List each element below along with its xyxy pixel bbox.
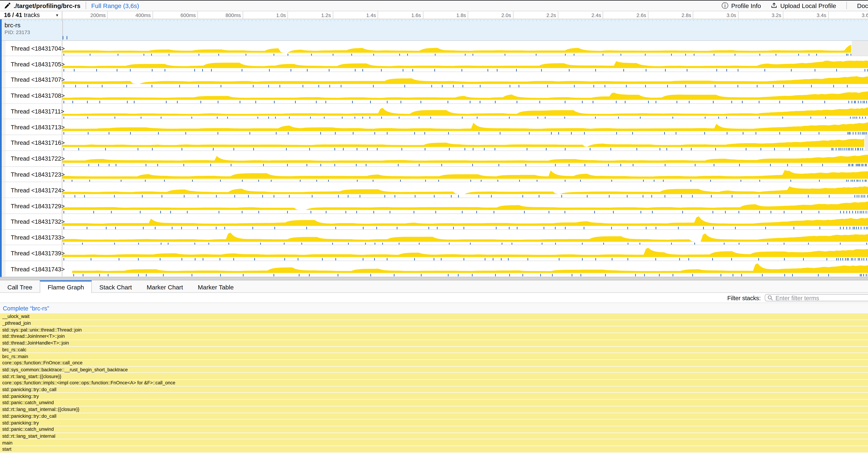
ruler-tick: [333, 11, 333, 19]
thread-activity-graph[interactable]: [62, 151, 868, 166]
thread-track-row[interactable]: Thread <18431716>: [0, 135, 868, 151]
filter-stacks-box: [765, 294, 868, 302]
flame-frame[interactable]: std::panic::catch_unwind: [0, 400, 868, 406]
thread-track-row[interactable]: Thread <18431739>: [0, 246, 868, 261]
ruler-tick: [107, 11, 108, 19]
tab-stack-chart[interactable]: Stack Chart: [92, 280, 140, 292]
thread-activity-graph[interactable]: [62, 167, 868, 182]
thread-label: Thread <18431724>: [6, 182, 62, 197]
thread-activity-graph[interactable]: [62, 119, 868, 135]
flame-frame[interactable]: start: [0, 446, 868, 452]
flame-frame[interactable]: brc_rs::main: [0, 353, 868, 359]
flame-frame[interactable]: core::ops::function::impls::<impl core::…: [0, 380, 868, 386]
flame-frame[interactable]: std::rt::lang_start::{{closure}}: [0, 373, 868, 379]
ruler-tick: [287, 11, 288, 19]
flame-frame[interactable]: std::panicking::try: [0, 393, 868, 399]
flame-row: __ulock_wait: [0, 313, 868, 320]
panel-splitter[interactable]: [0, 277, 868, 280]
timeline-ruler[interactable]: 200ms400ms600ms800ms1.0s1.2s1.4s1.6s1.8s…: [62, 11, 868, 19]
tracks-dropdown[interactable]: 16 / 41 tracks ▼: [0, 11, 62, 19]
search-icon: [768, 295, 773, 301]
flame-frame[interactable]: std::panicking::try::do_call: [0, 387, 868, 393]
filter-stacks-input[interactable]: [775, 294, 868, 301]
process-track-brc-rs[interactable]: brc-rs PID: 23173: [0, 19, 868, 40]
breadcrumb-complete-range[interactable]: Complete “brc-rs”: [3, 305, 49, 312]
ruler-tick: [783, 11, 783, 19]
thread-track-row[interactable]: Thread <18431707>: [0, 72, 868, 88]
thread-activity-graph[interactable]: [62, 246, 868, 261]
thread-activity-graph[interactable]: [62, 56, 868, 72]
profile-name[interactable]: ./target/profiling/brc-rs: [13, 2, 81, 9]
flame-frame[interactable]: main: [0, 440, 868, 446]
thread-label: Thread <18431732>: [6, 214, 62, 229]
ruler-tick-label: 1.2s: [291, 11, 331, 19]
ruler-tick-label: 2.8s: [652, 11, 691, 19]
flame-row: core::ops::function::FnOnce::call_once: [0, 360, 868, 366]
thread-activity-graph[interactable]: [62, 135, 868, 150]
thread-track-row[interactable]: Thread <18431713>: [0, 119, 868, 135]
docs-button[interactable]: Docs: [852, 1, 868, 10]
thread-track-row[interactable]: Thread <18431723>: [0, 167, 868, 182]
flame-frame[interactable]: std::thread::JoinInner<T>::join: [0, 333, 868, 339]
thread-label: Thread <18431704>: [6, 40, 62, 56]
flame-frame[interactable]: brc_rs::calc: [0, 347, 868, 353]
thread-activity-graph[interactable]: [62, 72, 868, 87]
flame-frame[interactable]: std::panic::catch_unwind: [0, 426, 868, 432]
thread-label: Thread <18431716>: [6, 135, 62, 150]
thread-activity-graph[interactable]: [62, 88, 868, 103]
profile-info-button[interactable]: ⓘ Profile Info: [716, 1, 766, 10]
bottom-tab-bar: Call TreeFlame GraphStack ChartMarker Ch…: [0, 280, 868, 293]
thread-activity-graph[interactable]: [62, 261, 868, 276]
thread-activity-graph[interactable]: [62, 230, 868, 245]
flame-frame[interactable]: std::thread::JoinHandle<T>::join: [0, 340, 868, 346]
thread-track-row[interactable]: Thread <18431724>: [0, 182, 868, 198]
tab-marker-chart[interactable]: Marker Chart: [139, 280, 190, 292]
flame-frame[interactable]: core::ops::function::FnOnce::call_once: [0, 360, 868, 366]
filter-navigator: Complete “brc-rs”: [0, 303, 868, 313]
thread-activity-graph[interactable]: [62, 214, 868, 229]
thread-track-row[interactable]: Thread <18431743>: [0, 261, 868, 277]
upload-local-profile-button[interactable]: Upload Local Profile: [766, 1, 841, 10]
flame-frame[interactable]: std::sys::pal::unix::thread::Thread::joi…: [0, 327, 868, 333]
ruler-tick: [603, 11, 603, 19]
ruler-tick-label: 3.0s: [696, 11, 736, 19]
flame-frame[interactable]: std::sys_common::backtrace::__rust_begin…: [0, 366, 868, 372]
thread-track-row[interactable]: Thread <18431711>: [0, 104, 868, 119]
thread-activity-graph[interactable]: [62, 182, 868, 197]
flame-frame[interactable]: std::panicking::try: [0, 420, 868, 426]
thread-track-row[interactable]: Thread <18431733>: [0, 230, 868, 246]
flame-frame[interactable]: std::rt::lang_start_internal: [0, 433, 868, 439]
tab-marker-table[interactable]: Marker Table: [190, 280, 241, 292]
flame-frame[interactable]: std::rt::lang_start_internal::{{closure}…: [0, 406, 868, 412]
tab-flame-graph[interactable]: Flame Graph: [40, 280, 92, 293]
flame-frame[interactable]: _pthread_join: [0, 320, 868, 326]
thread-track-row[interactable]: Thread <18431705>: [0, 56, 868, 72]
thread-activity-graph[interactable]: [62, 104, 868, 119]
thread-activity-graph[interactable]: [62, 40, 868, 56]
edit-pencil-icon[interactable]: [4, 2, 11, 9]
flame-row: std::rt::lang_start_internal::{{closure}…: [0, 406, 868, 413]
flame-row: std::rt::lang_start::{{closure}}: [0, 373, 868, 380]
thread-track-row[interactable]: Thread <18431704>: [0, 40, 868, 56]
ruler-tick-label: 2.4s: [561, 11, 601, 19]
ruler-tick-label: 600ms: [156, 11, 196, 19]
thread-track-row[interactable]: Thread <18431722>: [0, 151, 868, 167]
tab-call-tree[interactable]: Call Tree: [0, 280, 40, 292]
ruler-tick-label: 800ms: [201, 11, 241, 19]
thread-track-row[interactable]: Thread <18431729>: [0, 198, 868, 214]
thread-label: Thread <18431705>: [6, 56, 62, 72]
flame-row: std::panicking::try::do_call: [0, 413, 868, 420]
ruler-tick-label: 3.4s: [786, 11, 826, 19]
full-range-link[interactable]: Full Range (3,6s): [91, 2, 139, 9]
thread-label: Thread <18431722>: [6, 151, 62, 166]
thread-activity-graph[interactable]: [62, 198, 868, 213]
ruler-tick-label: 400ms: [111, 11, 151, 19]
flame-row: std::sys::pal::unix::thread::Thread::joi…: [0, 327, 868, 333]
flame-frame[interactable]: std::panicking::try::do_call: [0, 413, 868, 419]
ruler-tick-label: 1.0s: [246, 11, 286, 19]
ruler-tick: [513, 11, 513, 19]
flame-frame[interactable]: __ulock_wait: [0, 313, 868, 319]
thread-track-row[interactable]: Thread <18431708>: [0, 88, 868, 104]
thread-track-row[interactable]: Thread <18431732>: [0, 214, 868, 230]
flame-row: core::ops::function::impls::<impl core::…: [0, 380, 868, 387]
